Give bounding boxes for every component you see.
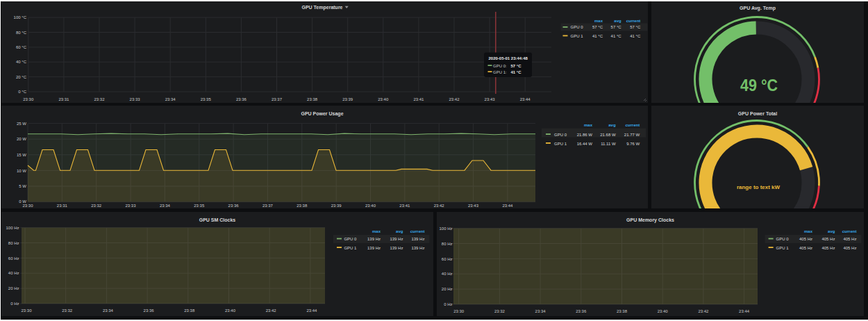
svg-text:23:32: 23:32 (494, 309, 506, 313)
svg-text:405 Hz: 405 Hz (843, 246, 856, 250)
svg-text:25 W: 25 W (17, 122, 26, 126)
svg-text:23:37: 23:37 (272, 97, 283, 101)
svg-text:20 W: 20 W (17, 137, 26, 141)
svg-text:57 °C: 57 °C (592, 25, 603, 29)
svg-text:40 °C: 40 °C (16, 60, 27, 64)
svg-text:23:34: 23:34 (535, 309, 546, 313)
svg-text:41 °C: 41 °C (511, 70, 522, 74)
svg-text:GPU 1: GPU 1 (554, 142, 567, 146)
svg-text:405 Hz: 405 Hz (799, 246, 812, 250)
svg-text:23:43: 23:43 (485, 97, 496, 101)
svg-text:23:32: 23:32 (91, 204, 102, 208)
svg-text:GPU 0: GPU 0 (554, 133, 567, 137)
svg-text:max: max (594, 19, 603, 23)
svg-text:41 °C: 41 °C (611, 34, 622, 38)
svg-text:2020-05-01 23:44:48: 2020-05-01 23:44:48 (489, 56, 528, 60)
svg-text:405 Hz: 405 Hz (821, 246, 835, 250)
svg-text:9.76 W: 9.76 W (626, 142, 640, 146)
svg-text:23:42: 23:42 (449, 97, 460, 101)
svg-text:15 W: 15 W (17, 153, 26, 157)
svg-text:23:33: 23:33 (130, 97, 141, 101)
svg-text:23:34: 23:34 (103, 308, 114, 313)
svg-text:23:40: 23:40 (225, 308, 236, 313)
svg-text:range to text kW: range to text kW (737, 184, 781, 190)
svg-text:80 Hz: 80 Hz (8, 241, 19, 245)
svg-text:avg: avg (608, 123, 616, 127)
svg-text:23:30: 23:30 (22, 204, 33, 208)
svg-text:100 Hz: 100 Hz (439, 227, 452, 231)
svg-text:GPU 1: GPU 1 (344, 246, 357, 250)
svg-text:0 °C: 0 °C (18, 90, 26, 94)
svg-text:max: max (584, 123, 593, 127)
svg-text:57 °C: 57 °C (511, 64, 522, 68)
svg-text:23:33: 23:33 (126, 204, 137, 208)
svg-text:5 W: 5 W (19, 184, 26, 188)
svg-text:23:40: 23:40 (658, 309, 669, 313)
svg-text:GPU 0:: GPU 0: (493, 64, 507, 68)
svg-text:current: current (842, 229, 857, 233)
svg-text:23:30: 23:30 (453, 309, 465, 313)
svg-text:23:30: 23:30 (21, 308, 32, 313)
svg-text:20 Hz: 20 Hz (442, 287, 453, 291)
svg-text:avg: avg (396, 229, 403, 233)
svg-text:0 Hz: 0 Hz (444, 302, 452, 306)
svg-text:60 Hz: 60 Hz (8, 256, 19, 261)
svg-text:40 Hz: 40 Hz (8, 271, 19, 275)
svg-text:23:42: 23:42 (434, 204, 445, 208)
svg-text:80 Hz: 80 Hz (442, 242, 453, 246)
svg-text:21.68 W: 21.68 W (600, 133, 616, 137)
svg-text:23:37: 23:37 (262, 204, 274, 208)
svg-text:23:43: 23:43 (468, 204, 479, 208)
svg-text:139 Hz: 139 Hz (390, 246, 403, 250)
svg-text:23:44: 23:44 (739, 309, 750, 313)
svg-text:23:38: 23:38 (307, 97, 318, 101)
svg-text:20 °C: 20 °C (16, 75, 27, 79)
svg-text:139 Hz: 139 Hz (367, 246, 381, 250)
svg-text:current: current (626, 123, 640, 127)
svg-text:60 Hz: 60 Hz (442, 257, 453, 261)
svg-text:21.86 W: 21.86 W (577, 133, 593, 137)
svg-text:23:31: 23:31 (58, 97, 69, 101)
svg-text:23:35: 23:35 (194, 204, 205, 208)
svg-text:GPU Power Total: GPU Power Total (738, 111, 777, 116)
svg-text:23:36: 23:36 (236, 97, 247, 101)
svg-text:GPU 0: GPU 0 (776, 237, 790, 241)
svg-text:20 Hz: 20 Hz (8, 286, 19, 290)
svg-text:avg: avg (614, 19, 621, 23)
svg-text:41 °C: 41 °C (592, 34, 603, 38)
svg-text:23:31: 23:31 (57, 204, 68, 208)
svg-text:23:36: 23:36 (228, 204, 240, 208)
svg-text:23:36: 23:36 (144, 308, 155, 313)
svg-text:405 Hz: 405 Hz (843, 237, 856, 241)
svg-text:GPU 1: GPU 1 (571, 34, 584, 38)
svg-text:23:38: 23:38 (617, 309, 628, 313)
svg-text:10 W: 10 W (17, 169, 26, 173)
svg-text:current: current (626, 19, 641, 23)
svg-text:23:40: 23:40 (378, 97, 389, 101)
svg-text:avg: avg (828, 229, 835, 233)
svg-text:100 °C: 100 °C (14, 15, 27, 19)
svg-text:23:39: 23:39 (342, 97, 353, 101)
svg-text:23:41: 23:41 (399, 204, 410, 208)
svg-text:40 Hz: 40 Hz (442, 272, 453, 276)
svg-text:49 °C: 49 °C (740, 76, 778, 94)
svg-text:23:39: 23:39 (331, 204, 342, 208)
svg-text:139 Hz: 139 Hz (411, 237, 424, 241)
svg-text:23:44: 23:44 (520, 97, 531, 101)
svg-text:23:38: 23:38 (184, 308, 195, 313)
svg-text:11.11 W: 11.11 W (601, 142, 616, 146)
svg-text:GPU 0: GPU 0 (571, 25, 584, 29)
svg-text:23:42: 23:42 (698, 309, 709, 313)
svg-text:GPU 1:: GPU 1: (493, 70, 507, 74)
svg-text:60 °C: 60 °C (16, 45, 27, 49)
svg-text:23:35: 23:35 (201, 97, 212, 101)
svg-text:current: current (410, 229, 425, 233)
svg-text:GPU Memory Clocks: GPU Memory Clocks (626, 217, 674, 223)
svg-text:57 °C: 57 °C (630, 25, 641, 29)
svg-text:GPU SM Clocks: GPU SM Clocks (199, 217, 236, 222)
svg-text:57 °C: 57 °C (611, 25, 622, 29)
svg-text:41 °C: 41 °C (630, 34, 641, 38)
svg-text:80 °C: 80 °C (16, 31, 27, 35)
svg-text:139 Hz: 139 Hz (390, 237, 403, 241)
svg-text:16.44 W: 16.44 W (577, 142, 593, 146)
